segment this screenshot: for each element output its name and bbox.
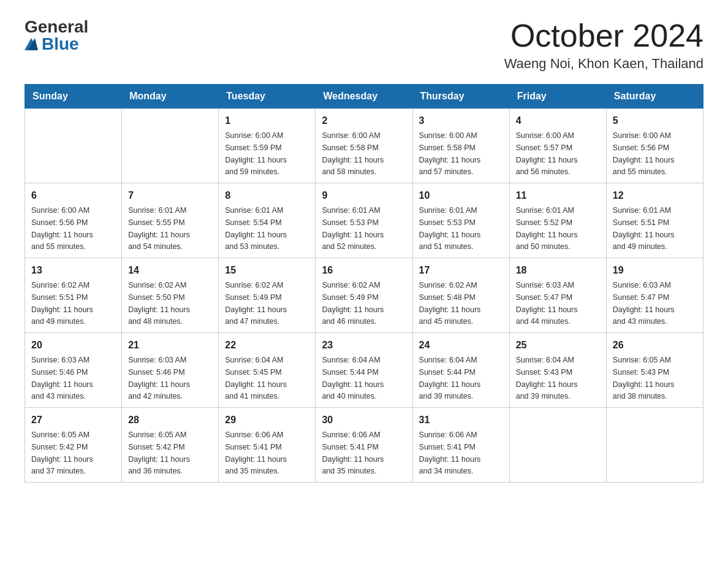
day-number: 7 <box>128 188 212 203</box>
day-number: 16 <box>322 263 406 278</box>
day-info: Sunrise: 6:01 AM Sunset: 5:51 PM Dayligh… <box>613 206 675 251</box>
calendar-day-cell: 14Sunrise: 6:02 AM Sunset: 5:50 PM Dayli… <box>122 258 219 333</box>
day-number: 11 <box>516 188 600 203</box>
day-number: 18 <box>516 263 600 278</box>
logo-triangle-icon <box>25 38 38 50</box>
day-info: Sunrise: 6:06 AM Sunset: 5:41 PM Dayligh… <box>225 431 287 475</box>
day-info: Sunrise: 6:05 AM Sunset: 5:42 PM Dayligh… <box>128 431 190 475</box>
day-number: 27 <box>31 413 115 427</box>
calendar-day-cell: 31Sunrise: 6:06 AM Sunset: 5:41 PM Dayli… <box>412 408 509 483</box>
day-info: Sunrise: 6:06 AM Sunset: 5:41 PM Dayligh… <box>322 431 384 475</box>
calendar-day-cell: 9Sunrise: 6:01 AM Sunset: 5:53 PM Daylig… <box>316 183 412 258</box>
day-info: Sunrise: 6:03 AM Sunset: 5:46 PM Dayligh… <box>31 356 93 400</box>
day-number: 6 <box>31 188 115 203</box>
calendar-table: SundayMondayTuesdayWednesdayThursdayFrid… <box>25 84 703 483</box>
logo: General Blue <box>25 18 88 53</box>
title-section: October 2024 Waeng Noi, Khon Kaen, Thail… <box>504 18 703 72</box>
calendar-day-cell: 27Sunrise: 6:05 AM Sunset: 5:42 PM Dayli… <box>25 408 122 483</box>
calendar-day-cell: 15Sunrise: 6:02 AM Sunset: 5:49 PM Dayli… <box>219 258 316 333</box>
calendar-day-cell: 28Sunrise: 6:05 AM Sunset: 5:42 PM Dayli… <box>122 408 219 483</box>
calendar-week-row: 20Sunrise: 6:03 AM Sunset: 5:46 PM Dayli… <box>25 333 703 408</box>
calendar-day-cell <box>509 408 606 483</box>
calendar-day-cell: 16Sunrise: 6:02 AM Sunset: 5:49 PM Dayli… <box>316 258 412 333</box>
calendar-day-cell: 11Sunrise: 6:01 AM Sunset: 5:52 PM Dayli… <box>509 183 606 258</box>
calendar-day-cell: 30Sunrise: 6:06 AM Sunset: 5:41 PM Dayli… <box>316 408 412 483</box>
calendar-day-cell: 6Sunrise: 6:00 AM Sunset: 5:56 PM Daylig… <box>25 183 122 258</box>
weekday-header-sunday: Sunday <box>25 85 122 109</box>
day-info: Sunrise: 6:04 AM Sunset: 5:44 PM Dayligh… <box>322 356 384 400</box>
day-info: Sunrise: 6:02 AM Sunset: 5:51 PM Dayligh… <box>31 281 93 326</box>
calendar-day-cell: 2Sunrise: 6:00 AM Sunset: 5:58 PM Daylig… <box>316 109 412 183</box>
day-number: 19 <box>613 263 697 278</box>
day-info: Sunrise: 6:00 AM Sunset: 5:58 PM Dayligh… <box>322 131 384 176</box>
calendar-day-cell <box>25 109 122 183</box>
day-info: Sunrise: 6:04 AM Sunset: 5:44 PM Dayligh… <box>419 356 481 400</box>
day-info: Sunrise: 6:05 AM Sunset: 5:42 PM Dayligh… <box>31 431 93 475</box>
calendar-day-cell: 19Sunrise: 6:03 AM Sunset: 5:47 PM Dayli… <box>606 258 703 333</box>
calendar-day-cell: 25Sunrise: 6:04 AM Sunset: 5:43 PM Dayli… <box>509 333 606 408</box>
day-number: 26 <box>613 338 697 353</box>
weekday-header-tuesday: Tuesday <box>219 85 316 109</box>
day-number: 13 <box>31 263 115 278</box>
day-info: Sunrise: 6:00 AM Sunset: 5:58 PM Dayligh… <box>419 131 481 176</box>
day-number: 21 <box>128 338 212 353</box>
day-number: 10 <box>419 188 503 203</box>
calendar-day-cell <box>122 109 219 183</box>
day-number: 2 <box>322 113 406 128</box>
day-info: Sunrise: 6:00 AM Sunset: 5:59 PM Dayligh… <box>225 131 287 176</box>
day-info: Sunrise: 6:00 AM Sunset: 5:56 PM Dayligh… <box>613 131 675 176</box>
weekday-header-friday: Friday <box>509 85 606 109</box>
day-info: Sunrise: 6:02 AM Sunset: 5:49 PM Dayligh… <box>225 281 287 326</box>
calendar-day-cell: 13Sunrise: 6:02 AM Sunset: 5:51 PM Dayli… <box>25 258 122 333</box>
day-info: Sunrise: 6:02 AM Sunset: 5:49 PM Dayligh… <box>322 281 384 326</box>
day-number: 23 <box>322 338 406 353</box>
calendar-day-cell: 5Sunrise: 6:00 AM Sunset: 5:56 PM Daylig… <box>606 109 703 183</box>
calendar-day-cell: 20Sunrise: 6:03 AM Sunset: 5:46 PM Dayli… <box>25 333 122 408</box>
day-number: 9 <box>322 188 406 203</box>
day-number: 28 <box>128 413 212 427</box>
calendar-day-cell: 17Sunrise: 6:02 AM Sunset: 5:48 PM Dayli… <box>412 258 509 333</box>
calendar-day-cell: 8Sunrise: 6:01 AM Sunset: 5:54 PM Daylig… <box>219 183 316 258</box>
day-number: 5 <box>613 113 697 128</box>
day-info: Sunrise: 6:04 AM Sunset: 5:43 PM Dayligh… <box>516 356 578 400</box>
day-info: Sunrise: 6:03 AM Sunset: 5:46 PM Dayligh… <box>128 356 190 400</box>
day-info: Sunrise: 6:01 AM Sunset: 5:55 PM Dayligh… <box>128 206 190 251</box>
day-info: Sunrise: 6:01 AM Sunset: 5:53 PM Dayligh… <box>419 206 481 251</box>
calendar-week-row: 27Sunrise: 6:05 AM Sunset: 5:42 PM Dayli… <box>25 408 703 483</box>
calendar-day-cell: 1Sunrise: 6:00 AM Sunset: 5:59 PM Daylig… <box>219 109 316 183</box>
calendar-day-cell: 10Sunrise: 6:01 AM Sunset: 5:53 PM Dayli… <box>412 183 509 258</box>
day-info: Sunrise: 6:06 AM Sunset: 5:41 PM Dayligh… <box>419 431 481 475</box>
calendar-day-cell: 23Sunrise: 6:04 AM Sunset: 5:44 PM Dayli… <box>316 333 412 408</box>
weekday-header-thursday: Thursday <box>412 85 509 109</box>
day-number: 3 <box>419 113 503 128</box>
day-info: Sunrise: 6:05 AM Sunset: 5:43 PM Dayligh… <box>613 356 675 400</box>
day-info: Sunrise: 6:01 AM Sunset: 5:52 PM Dayligh… <box>516 206 578 251</box>
day-number: 30 <box>322 413 406 427</box>
month-title: October 2024 <box>504 18 703 53</box>
logo-blue-text: Blue <box>42 36 79 53</box>
weekday-header-monday: Monday <box>122 85 219 109</box>
location-title: Waeng Noi, Khon Kaen, Thailand <box>504 56 703 72</box>
day-info: Sunrise: 6:04 AM Sunset: 5:45 PM Dayligh… <box>225 356 287 400</box>
day-info: Sunrise: 6:00 AM Sunset: 5:57 PM Dayligh… <box>516 131 578 176</box>
day-number: 4 <box>516 113 600 128</box>
day-number: 31 <box>419 413 503 427</box>
day-number: 22 <box>225 338 309 353</box>
day-info: Sunrise: 6:02 AM Sunset: 5:48 PM Dayligh… <box>419 281 481 326</box>
day-number: 14 <box>128 263 212 278</box>
calendar-week-row: 13Sunrise: 6:02 AM Sunset: 5:51 PM Dayli… <box>25 258 703 333</box>
day-info: Sunrise: 6:03 AM Sunset: 5:47 PM Dayligh… <box>613 281 675 326</box>
calendar-day-cell: 21Sunrise: 6:03 AM Sunset: 5:46 PM Dayli… <box>122 333 219 408</box>
day-info: Sunrise: 6:00 AM Sunset: 5:56 PM Dayligh… <box>31 206 93 251</box>
calendar-day-cell <box>606 408 703 483</box>
page-header: General Blue October 2024 Waeng Noi, Kho… <box>25 18 703 72</box>
calendar-day-cell: 3Sunrise: 6:00 AM Sunset: 5:58 PM Daylig… <box>412 109 509 183</box>
calendar-day-cell: 22Sunrise: 6:04 AM Sunset: 5:45 PM Dayli… <box>219 333 316 408</box>
calendar-day-cell: 26Sunrise: 6:05 AM Sunset: 5:43 PM Dayli… <box>606 333 703 408</box>
day-number: 8 <box>225 188 309 203</box>
day-number: 20 <box>31 338 115 353</box>
day-number: 17 <box>419 263 503 278</box>
weekday-header-saturday: Saturday <box>606 85 703 109</box>
calendar-day-cell: 18Sunrise: 6:03 AM Sunset: 5:47 PM Dayli… <box>509 258 606 333</box>
calendar-week-row: 1Sunrise: 6:00 AM Sunset: 5:59 PM Daylig… <box>25 109 703 183</box>
